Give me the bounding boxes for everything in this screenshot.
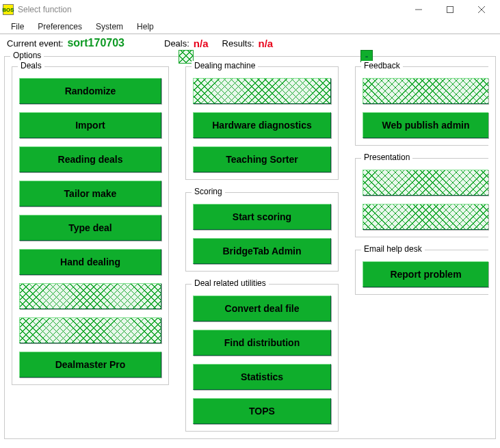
- email-help-desk-group: Email help desk Report problem: [355, 250, 488, 295]
- start-dealing-button-disabled: Start dealing: [193, 78, 331, 104]
- window-title: Select function: [18, 5, 72, 14]
- teaching-sorter-button[interactable]: Teaching Sorter: [193, 146, 331, 172]
- options-group: Options - Deals Randomize Import Reading…: [4, 56, 496, 439]
- import-button[interactable]: Import: [19, 112, 161, 138]
- bridgetab-admin-button[interactable]: BridgeTab Admin: [193, 238, 331, 264]
- menu-file[interactable]: File: [4, 21, 31, 33]
- deals-group: Deals Randomize Import Reading deals Tai…: [12, 66, 169, 385]
- current-event-label: Current event:: [7, 38, 63, 49]
- type-deal-button[interactable]: Type deal: [19, 215, 161, 241]
- presentation-button-1-disabled: Presentation 1: [363, 170, 488, 196]
- deals-label: Deals:: [164, 38, 189, 49]
- utilities-legend: Deal related utilities: [192, 278, 269, 288]
- maximize-button[interactable]: [434, 0, 466, 19]
- web-publish-admin-button[interactable]: Web publish admin: [363, 112, 488, 138]
- presentation-group: Presentation Presentation 1 Presentation…: [355, 158, 488, 237]
- email-help-desk-legend: Email help desk: [361, 244, 425, 254]
- reading-deals-button[interactable]: Reading deals: [19, 146, 161, 172]
- start-scoring-button[interactable]: Start scoring: [193, 204, 331, 230]
- menu-system[interactable]: System: [89, 21, 130, 33]
- menu-help[interactable]: Help: [130, 21, 161, 33]
- svg-rect-1: [447, 7, 453, 13]
- report-problem-button[interactable]: Report problem: [363, 261, 488, 287]
- edit-button-disabled: Edit: [19, 283, 161, 309]
- convert-deal-file-button[interactable]: Convert deal file: [193, 295, 331, 321]
- scoring-group: Scoring Start scoring BridgeTab Admin: [185, 192, 339, 272]
- status-line: Current event: sort170703 Deals: n/a Res…: [0, 34, 500, 52]
- deals-value: n/a: [194, 38, 209, 49]
- dealing-machine-group: Dealing machine Start dealing Hardware d…: [185, 66, 339, 180]
- minimize-button[interactable]: [403, 0, 434, 19]
- feedback-legend: Feedback: [361, 61, 403, 70]
- hardware-diagnostics-button[interactable]: Hardware diagnostics: [193, 112, 331, 138]
- title-bar: BOS Select function: [0, 0, 500, 19]
- randomize-button[interactable]: Randomize: [19, 78, 161, 104]
- restore-button-disabled: Restore: [19, 317, 161, 343]
- results-label: Results:: [222, 38, 254, 49]
- app-icon: BOS: [3, 4, 14, 15]
- dealmaster-pro-button[interactable]: Dealmaster Pro: [19, 352, 161, 378]
- statistics-button[interactable]: Statistics: [193, 364, 331, 390]
- dealing-machine-legend: Dealing machine: [192, 61, 258, 70]
- current-event-value: sort170703: [67, 37, 124, 49]
- tops-button[interactable]: TOPS: [193, 398, 331, 424]
- hand-records-button-disabled: Hand records: [363, 78, 488, 104]
- find-distribution-button[interactable]: Find distribution: [193, 330, 331, 356]
- scoring-legend: Scoring: [192, 187, 225, 196]
- presentation-legend: Presentation: [361, 153, 412, 162]
- results-value: n/a: [259, 38, 274, 49]
- close-button[interactable]: [466, 0, 497, 19]
- menu-preferences[interactable]: Preferences: [31, 21, 89, 33]
- feedback-group: Feedback Hand records Web publish admin: [355, 66, 488, 146]
- options-legend: Options: [10, 51, 44, 60]
- utilities-group: Deal related utilities Convert deal file…: [185, 284, 339, 432]
- deals-legend: Deals: [18, 61, 44, 70]
- menu-bar: File Preferences System Help: [0, 19, 500, 34]
- presentation-button-2-disabled: Presentation 2: [363, 204, 488, 230]
- hand-dealing-button[interactable]: Hand dealing: [19, 249, 161, 275]
- tailor-make-button[interactable]: Tailor make: [19, 181, 161, 207]
